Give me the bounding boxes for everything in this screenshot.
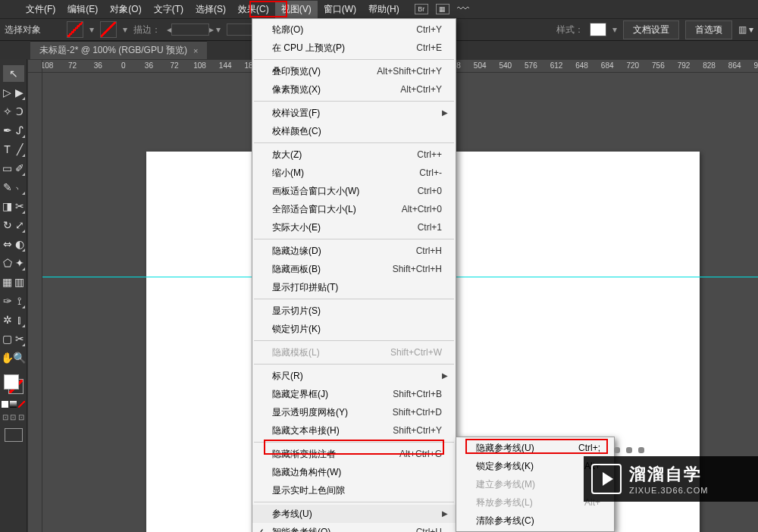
- menu-object[interactable]: 对象(O): [104, 1, 147, 18]
- stroke-label: 描边：: [133, 23, 161, 36]
- doc-setup-button[interactable]: 文档设置: [623, 20, 679, 39]
- rect-brush-tool[interactable]: ▭✐: [2, 160, 26, 177]
- eyedropper-blend-tool[interactable]: ✑⟟: [2, 293, 26, 309]
- align-icon[interactable]: ▥ ▾: [738, 24, 753, 35]
- menuitem-隐藏画板(B)[interactable]: 隐藏画板(B)Shift+Ctrl+H: [252, 260, 456, 278]
- menu-text[interactable]: 文字(T): [148, 1, 190, 18]
- eraser-scissors-tool[interactable]: ◨✂: [2, 198, 26, 214]
- ruler-origin[interactable]: [27, 59, 42, 73]
- menuitem-校样颜色(C)[interactable]: 校样颜色(C): [252, 122, 456, 140]
- document-tab-label: 未标题-2* @ 100% (RGB/GPU 预览): [39, 44, 187, 57]
- direct-group-tool[interactable]: ▷▶: [2, 84, 26, 101]
- menuitem-轮廓(O)[interactable]: 轮廓(O)Ctrl+Y: [252, 20, 456, 39]
- submenuitem-清除参考线(C)[interactable]: 清除参考线(C): [456, 512, 614, 530]
- menu-select[interactable]: 选择(S): [190, 1, 232, 18]
- brush-indicator-icon: 〰: [457, 2, 469, 16]
- bridge-icon[interactable]: Br: [415, 4, 428, 14]
- pencil-blob-tool[interactable]: ✎﹆: [2, 179, 26, 196]
- menuitem-隐藏渐变批注者[interactable]: 隐藏渐变批注者Alt+Ctrl+G: [252, 445, 456, 463]
- menuitem-校样设置(F)[interactable]: 校样设置(F): [252, 104, 456, 122]
- menuitem-参考线(U)[interactable]: 参考线(U): [252, 505, 456, 523]
- submenuitem-隐藏参考线(U)[interactable]: 隐藏参考线(U)Ctrl+;: [456, 439, 614, 457]
- menuitem-在 CPU 上预览(P)[interactable]: 在 CPU 上预览(P)Ctrl+E: [252, 39, 456, 57]
- fill-stroke-swap[interactable]: [2, 373, 25, 396]
- menu-effect[interactable]: 效果(C): [232, 1, 275, 18]
- arrange-icon[interactable]: ▦: [436, 4, 449, 14]
- stroke-weight-field[interactable]: [171, 23, 209, 36]
- color-mode-row[interactable]: [2, 401, 26, 408]
- menuitem-显示切片(S)[interactable]: 显示切片(S): [252, 302, 456, 320]
- hand-zoom-tool[interactable]: ✋🔍: [2, 349, 26, 366]
- pen-curvature-tool[interactable]: ✒ᔑ: [2, 122, 26, 139]
- stroke-swatch[interactable]: [100, 21, 117, 38]
- document-tab[interactable]: 未标题-2* @ 100% (RGB/GPU 预览) ×: [30, 41, 207, 59]
- shapebuilder-puppet-tool[interactable]: ⬠✦: [2, 255, 26, 271]
- stroke-dropdown-icon[interactable]: ▾: [123, 24, 127, 35]
- watermark-title: 溜溜自学: [629, 463, 708, 486]
- menuitem-隐藏定界框(J)[interactable]: 隐藏定界框(J)Shift+Ctrl+B: [252, 385, 456, 403]
- menuitem-隐藏边缘(D)[interactable]: 隐藏边缘(D)Ctrl+H: [252, 242, 456, 260]
- menu-view[interactable]: 视图(V): [275, 1, 318, 18]
- select-object-label: 选择对象: [5, 23, 41, 36]
- menuitem-画板适合窗口大小(W)[interactable]: 画板适合窗口大小(W)Ctrl+0: [252, 182, 456, 200]
- menuitem-隐藏文本串接(H)[interactable]: 隐藏文本串接(H)Shift+Ctrl+Y: [252, 421, 456, 440]
- menuitem-实际大小(E)[interactable]: 实际大小(E)Ctrl+1: [252, 218, 456, 236]
- view-menu-dropdown: 轮廓(O)Ctrl+Y在 CPU 上预览(P)Ctrl+E叠印预览(V)Alt+…: [252, 18, 456, 532]
- menuitem-显示打印拼贴(T)[interactable]: 显示打印拼贴(T): [252, 278, 456, 296]
- watermark: 溜溜自学 ZIXUE.3D66.COM: [584, 456, 758, 502]
- panel-dock-icons[interactable]: [614, 447, 644, 453]
- scale-warp-tool[interactable]: ⇔◐: [2, 236, 26, 252]
- watermark-subtitle: ZIXUE.3D66.COM: [629, 486, 708, 495]
- menuitem-隐藏模板(L): 隐藏模板(L)Shift+Ctrl+W: [252, 343, 456, 361]
- fill-dropdown-icon[interactable]: ▾: [89, 24, 94, 35]
- screen-mode-button[interactable]: [5, 428, 23, 442]
- menuitem-隐藏边角构件(W)[interactable]: 隐藏边角构件(W): [252, 463, 456, 481]
- rotate-reflect-tool[interactable]: ↻⤢: [2, 217, 26, 233]
- menuitem-像素预览(X)[interactable]: 像素预览(X)Alt+Ctrl+Y: [252, 80, 456, 99]
- symbol-graph-tool[interactable]: ✲⫿: [2, 311, 26, 328]
- draw-mode-icon[interactable]: ⊡ ⊡ ⊡: [2, 413, 25, 421]
- menu-window[interactable]: 窗口(W): [318, 1, 362, 18]
- menu-file[interactable]: 文件(F): [20, 1, 61, 18]
- close-tab-icon[interactable]: ×: [193, 46, 198, 55]
- menuitem-全部适合窗口大小(L)[interactable]: 全部适合窗口大小(L)Alt+Ctrl+0: [252, 200, 456, 218]
- menu-edit[interactable]: 编辑(E): [61, 1, 104, 18]
- menu-help[interactable]: 帮助(H): [362, 1, 406, 18]
- selection-tool[interactable]: ↖: [3, 65, 24, 82]
- fill-swatch[interactable]: [67, 21, 83, 38]
- menubar: 文件(F) 编辑(E) 对象(O) 文字(T) 选择(S) 效果(C) 视图(V…: [0, 0, 758, 18]
- menuitem-放大(Z)[interactable]: 放大(Z)Ctrl++: [252, 146, 456, 164]
- preferences-button[interactable]: 首选项: [685, 20, 732, 39]
- menuitem-标尺(R)[interactable]: 标尺(R): [252, 367, 456, 385]
- menuitem-叠印预览(V)[interactable]: 叠印预览(V)Alt+Shift+Ctrl+Y: [252, 62, 456, 80]
- mesh-gradient-tool[interactable]: ▦▥: [2, 274, 26, 290]
- play-icon: [591, 464, 622, 494]
- wand-lasso-tool[interactable]: ✧Ɔ: [2, 103, 26, 120]
- vertical-ruler[interactable]: [27, 73, 42, 532]
- type-line-tool[interactable]: T╱: [2, 141, 26, 158]
- menuitem-显示透明度网格(Y)[interactable]: 显示透明度网格(Y)Shift+Ctrl+D: [252, 403, 456, 421]
- tools-panel: ↖ ▷▶ ✧Ɔ ✒ᔑ T╱ ▭✐ ✎﹆ ◨✂ ↻⤢ ⇔◐ ⬠✦ ▦▥ ✑⟟ ✲⫿…: [0, 59, 27, 532]
- menuitem-缩小(M)[interactable]: 缩小(M)Ctrl+-: [252, 164, 456, 182]
- graphic-style-swatch[interactable]: [590, 23, 606, 36]
- artboard-slice-tool[interactable]: ▢✂: [2, 330, 26, 347]
- menuitem-智能参考线(Q)[interactable]: ✓智能参考线(Q)Ctrl+U: [252, 523, 456, 532]
- style-label: 样式：: [556, 23, 584, 36]
- menuitem-锁定切片(K)[interactable]: 锁定切片(K): [252, 320, 456, 338]
- menuitem-显示实时上色间隙[interactable]: 显示实时上色间隙: [252, 481, 456, 499]
